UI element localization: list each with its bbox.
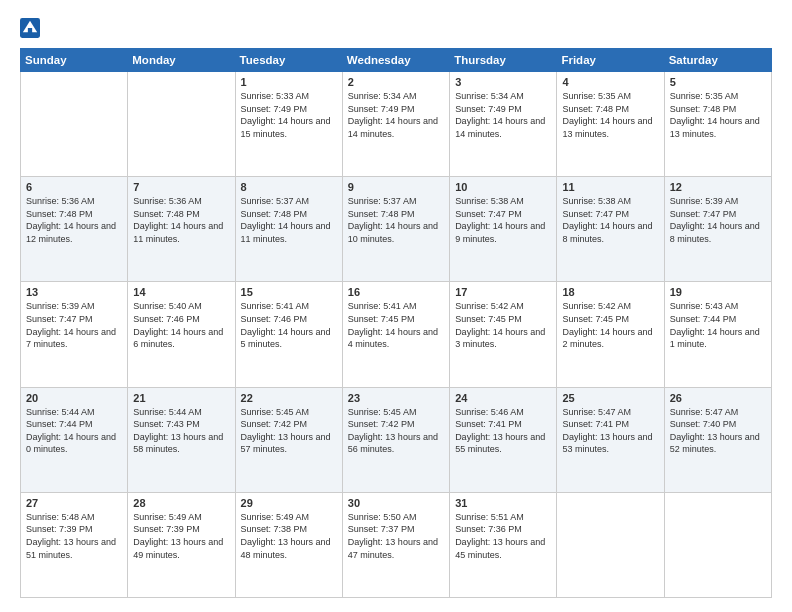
day-number: 24 <box>455 392 551 404</box>
cell-info: Sunrise: 5:48 AM Sunset: 7:39 PM Dayligh… <box>26 511 122 561</box>
calendar-cell: 14Sunrise: 5:40 AM Sunset: 7:46 PM Dayli… <box>128 282 235 387</box>
calendar-cell: 2Sunrise: 5:34 AM Sunset: 7:49 PM Daylig… <box>342 72 449 177</box>
cell-info: Sunrise: 5:38 AM Sunset: 7:47 PM Dayligh… <box>455 195 551 245</box>
calendar-cell: 17Sunrise: 5:42 AM Sunset: 7:45 PM Dayli… <box>450 282 557 387</box>
calendar-cell: 28Sunrise: 5:49 AM Sunset: 7:39 PM Dayli… <box>128 492 235 597</box>
calendar-cell: 1Sunrise: 5:33 AM Sunset: 7:49 PM Daylig… <box>235 72 342 177</box>
cell-info: Sunrise: 5:38 AM Sunset: 7:47 PM Dayligh… <box>562 195 658 245</box>
calendar-cell: 8Sunrise: 5:37 AM Sunset: 7:48 PM Daylig… <box>235 177 342 282</box>
cell-info: Sunrise: 5:46 AM Sunset: 7:41 PM Dayligh… <box>455 406 551 456</box>
cell-info: Sunrise: 5:44 AM Sunset: 7:43 PM Dayligh… <box>133 406 229 456</box>
header <box>20 18 772 38</box>
day-number: 20 <box>26 392 122 404</box>
cell-info: Sunrise: 5:41 AM Sunset: 7:45 PM Dayligh… <box>348 300 444 350</box>
cell-info: Sunrise: 5:39 AM Sunset: 7:47 PM Dayligh… <box>670 195 766 245</box>
day-number: 2 <box>348 76 444 88</box>
week-row-1: 1Sunrise: 5:33 AM Sunset: 7:49 PM Daylig… <box>21 72 772 177</box>
cell-info: Sunrise: 5:43 AM Sunset: 7:44 PM Dayligh… <box>670 300 766 350</box>
cell-info: Sunrise: 5:33 AM Sunset: 7:49 PM Dayligh… <box>241 90 337 140</box>
calendar-cell: 20Sunrise: 5:44 AM Sunset: 7:44 PM Dayli… <box>21 387 128 492</box>
day-number: 29 <box>241 497 337 509</box>
calendar-cell: 21Sunrise: 5:44 AM Sunset: 7:43 PM Dayli… <box>128 387 235 492</box>
calendar-cell: 27Sunrise: 5:48 AM Sunset: 7:39 PM Dayli… <box>21 492 128 597</box>
cell-info: Sunrise: 5:36 AM Sunset: 7:48 PM Dayligh… <box>26 195 122 245</box>
day-number: 1 <box>241 76 337 88</box>
cell-info: Sunrise: 5:45 AM Sunset: 7:42 PM Dayligh… <box>348 406 444 456</box>
weekday-header-sunday: Sunday <box>21 49 128 72</box>
day-number: 4 <box>562 76 658 88</box>
week-row-3: 13Sunrise: 5:39 AM Sunset: 7:47 PM Dayli… <box>21 282 772 387</box>
day-number: 13 <box>26 286 122 298</box>
day-number: 17 <box>455 286 551 298</box>
page: SundayMondayTuesdayWednesdayThursdayFrid… <box>0 0 792 612</box>
cell-info: Sunrise: 5:44 AM Sunset: 7:44 PM Dayligh… <box>26 406 122 456</box>
day-number: 3 <box>455 76 551 88</box>
day-number: 22 <box>241 392 337 404</box>
cell-info: Sunrise: 5:47 AM Sunset: 7:40 PM Dayligh… <box>670 406 766 456</box>
day-number: 6 <box>26 181 122 193</box>
calendar-cell <box>557 492 664 597</box>
calendar-cell <box>128 72 235 177</box>
day-number: 21 <box>133 392 229 404</box>
calendar-cell: 19Sunrise: 5:43 AM Sunset: 7:44 PM Dayli… <box>664 282 771 387</box>
weekday-header-tuesday: Tuesday <box>235 49 342 72</box>
weekday-header-saturday: Saturday <box>664 49 771 72</box>
cell-info: Sunrise: 5:41 AM Sunset: 7:46 PM Dayligh… <box>241 300 337 350</box>
logo <box>20 18 44 38</box>
cell-info: Sunrise: 5:34 AM Sunset: 7:49 PM Dayligh… <box>348 90 444 140</box>
day-number: 25 <box>562 392 658 404</box>
cell-info: Sunrise: 5:45 AM Sunset: 7:42 PM Dayligh… <box>241 406 337 456</box>
calendar-cell: 31Sunrise: 5:51 AM Sunset: 7:36 PM Dayli… <box>450 492 557 597</box>
calendar-cell: 16Sunrise: 5:41 AM Sunset: 7:45 PM Dayli… <box>342 282 449 387</box>
cell-info: Sunrise: 5:35 AM Sunset: 7:48 PM Dayligh… <box>562 90 658 140</box>
cell-info: Sunrise: 5:42 AM Sunset: 7:45 PM Dayligh… <box>562 300 658 350</box>
calendar-cell: 3Sunrise: 5:34 AM Sunset: 7:49 PM Daylig… <box>450 72 557 177</box>
calendar-cell: 15Sunrise: 5:41 AM Sunset: 7:46 PM Dayli… <box>235 282 342 387</box>
day-number: 31 <box>455 497 551 509</box>
calendar-cell: 9Sunrise: 5:37 AM Sunset: 7:48 PM Daylig… <box>342 177 449 282</box>
calendar-cell: 22Sunrise: 5:45 AM Sunset: 7:42 PM Dayli… <box>235 387 342 492</box>
day-number: 15 <box>241 286 337 298</box>
day-number: 12 <box>670 181 766 193</box>
cell-info: Sunrise: 5:37 AM Sunset: 7:48 PM Dayligh… <box>241 195 337 245</box>
day-number: 23 <box>348 392 444 404</box>
weekday-header-row: SundayMondayTuesdayWednesdayThursdayFrid… <box>21 49 772 72</box>
calendar-cell: 6Sunrise: 5:36 AM Sunset: 7:48 PM Daylig… <box>21 177 128 282</box>
calendar-cell: 25Sunrise: 5:47 AM Sunset: 7:41 PM Dayli… <box>557 387 664 492</box>
weekday-header-wednesday: Wednesday <box>342 49 449 72</box>
calendar-cell: 13Sunrise: 5:39 AM Sunset: 7:47 PM Dayli… <box>21 282 128 387</box>
day-number: 14 <box>133 286 229 298</box>
cell-info: Sunrise: 5:51 AM Sunset: 7:36 PM Dayligh… <box>455 511 551 561</box>
cell-info: Sunrise: 5:37 AM Sunset: 7:48 PM Dayligh… <box>348 195 444 245</box>
week-row-5: 27Sunrise: 5:48 AM Sunset: 7:39 PM Dayli… <box>21 492 772 597</box>
calendar-table: SundayMondayTuesdayWednesdayThursdayFrid… <box>20 48 772 598</box>
day-number: 16 <box>348 286 444 298</box>
day-number: 8 <box>241 181 337 193</box>
logo-icon <box>20 18 40 38</box>
cell-info: Sunrise: 5:47 AM Sunset: 7:41 PM Dayligh… <box>562 406 658 456</box>
day-number: 30 <box>348 497 444 509</box>
day-number: 27 <box>26 497 122 509</box>
day-number: 11 <box>562 181 658 193</box>
calendar-cell: 5Sunrise: 5:35 AM Sunset: 7:48 PM Daylig… <box>664 72 771 177</box>
day-number: 26 <box>670 392 766 404</box>
cell-info: Sunrise: 5:50 AM Sunset: 7:37 PM Dayligh… <box>348 511 444 561</box>
calendar-cell: 24Sunrise: 5:46 AM Sunset: 7:41 PM Dayli… <box>450 387 557 492</box>
day-number: 7 <box>133 181 229 193</box>
day-number: 28 <box>133 497 229 509</box>
calendar-cell: 12Sunrise: 5:39 AM Sunset: 7:47 PM Dayli… <box>664 177 771 282</box>
calendar-cell: 11Sunrise: 5:38 AM Sunset: 7:47 PM Dayli… <box>557 177 664 282</box>
cell-info: Sunrise: 5:49 AM Sunset: 7:38 PM Dayligh… <box>241 511 337 561</box>
calendar-cell <box>664 492 771 597</box>
day-number: 10 <box>455 181 551 193</box>
calendar-cell: 30Sunrise: 5:50 AM Sunset: 7:37 PM Dayli… <box>342 492 449 597</box>
calendar-cell: 29Sunrise: 5:49 AM Sunset: 7:38 PM Dayli… <box>235 492 342 597</box>
day-number: 19 <box>670 286 766 298</box>
calendar-cell <box>21 72 128 177</box>
svg-rect-2 <box>28 28 32 34</box>
cell-info: Sunrise: 5:35 AM Sunset: 7:48 PM Dayligh… <box>670 90 766 140</box>
calendar-cell: 7Sunrise: 5:36 AM Sunset: 7:48 PM Daylig… <box>128 177 235 282</box>
calendar-cell: 4Sunrise: 5:35 AM Sunset: 7:48 PM Daylig… <box>557 72 664 177</box>
calendar-cell: 26Sunrise: 5:47 AM Sunset: 7:40 PM Dayli… <box>664 387 771 492</box>
cell-info: Sunrise: 5:40 AM Sunset: 7:46 PM Dayligh… <box>133 300 229 350</box>
